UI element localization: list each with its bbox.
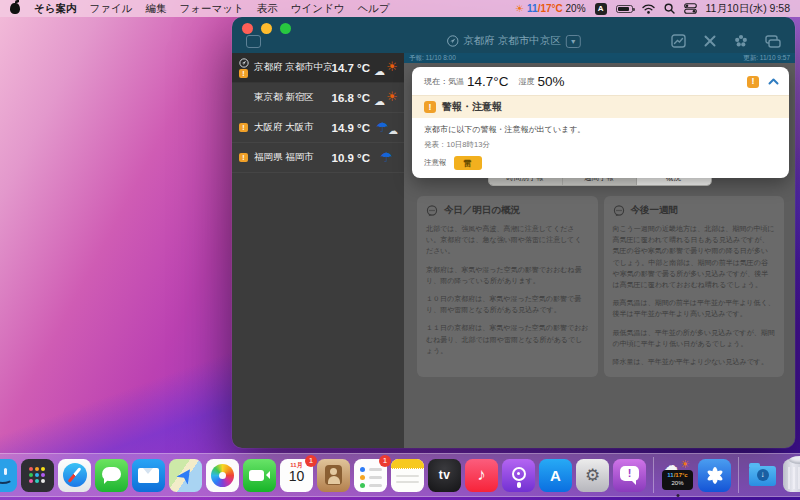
menubar-clock[interactable]: 11月10日(水) 9:58 xyxy=(706,2,790,16)
notification-badge: 1 xyxy=(379,455,391,467)
window-titlebar[interactable]: 京都府 京都市中京区 ▼ xyxy=(232,17,795,53)
tools-cross-icon[interactable] xyxy=(703,34,717,48)
sidebar-toggle-icon[interactable] xyxy=(246,35,261,48)
badge-precip: 20% xyxy=(662,480,693,488)
locations-sidebar: ! 京都府 京都市中京区 14.7 °C ☁☀ 東京都 新宿区 16.8 °C … xyxy=(232,53,404,448)
dock-divider xyxy=(738,457,739,493)
spotlight-search-icon[interactable] xyxy=(664,3,675,14)
sidebar-item-osaka[interactable]: ! 大阪府 大阪市 14.9 °C ☂☁ xyxy=(232,113,404,143)
dock-facetime[interactable] xyxy=(243,459,276,492)
dock-music[interactable]: ♪ xyxy=(465,459,498,492)
messages-bubble-icon xyxy=(102,467,121,481)
menu-help[interactable]: ヘルプ xyxy=(357,2,389,16)
chevron-up-icon[interactable] xyxy=(768,78,779,85)
dock-trash[interactable] xyxy=(783,459,800,492)
dock-launchpad[interactable] xyxy=(21,459,54,492)
dock-app-store[interactable]: A xyxy=(539,459,572,492)
sidebar-item-tokyo[interactable]: 東京都 新宿区 16.8 °C ☁☀ xyxy=(232,83,404,113)
today-overview-paragraph: 北部では、強風や高波、高潮に注意してください。京都府では、急な強い雨や落雷に注意… xyxy=(426,223,589,257)
alert-title: 警報・注意報 xyxy=(442,100,502,114)
dock-notes[interactable] xyxy=(391,459,424,492)
forecast-time: 予報: 11/10 8:00 xyxy=(409,54,456,63)
menubar-precip: 20% xyxy=(566,3,586,14)
location-temp: 16.8 °C xyxy=(332,92,370,104)
advisory-label: 注意報 xyxy=(424,158,447,168)
main-content: 現在：気温 14.7°C 湿度 50% ! xyxy=(404,63,795,448)
dock-apple-tv[interactable]: tv xyxy=(428,459,461,492)
graph-icon[interactable] xyxy=(671,34,686,48)
week-overview-paragraph: 最低気温は、平年並の所が多い見込みですが、期間の中頃に平年より低い日があるでしょ… xyxy=(613,327,776,349)
week-overview-paragraph: 降水量は、平年並か平年より少ない見込みです。 xyxy=(613,356,776,367)
location-name: 大阪府 大阪市 xyxy=(251,121,332,134)
app-store-icon: A xyxy=(550,467,561,484)
mail-envelope-icon xyxy=(138,468,159,483)
battery-icon[interactable] xyxy=(616,5,633,13)
sidebar-item-kyoto[interactable]: ! 京都府 京都市中京区 14.7 °C ☁☀ xyxy=(232,53,404,83)
toolbar: 京都府 京都市中京区 ▼ xyxy=(232,32,795,50)
notes-icon xyxy=(391,459,424,469)
pollen-flower-icon[interactable] xyxy=(734,34,748,48)
dock-testflight[interactable] xyxy=(698,459,731,492)
overview-cards: 今日／明日の概況 北部では、強風や高波、高潮に注意してください。京都府では、急な… xyxy=(417,196,784,377)
facetime-camera-icon xyxy=(249,470,264,481)
current-conditions-card: 現在：気温 14.7°C 湿度 50% ! xyxy=(412,67,789,178)
location-dropdown-button[interactable]: ▼ xyxy=(566,35,581,48)
dock-contacts[interactable] xyxy=(317,459,350,492)
menu-bar: そら案内 ファイル 編集 フォーマット 表示 ウインドウ ヘルプ ☀ 11/17… xyxy=(0,0,800,17)
menu-edit[interactable]: 編集 xyxy=(145,2,166,16)
menu-app[interactable]: そら案内 xyxy=(34,2,77,16)
dock-divider xyxy=(653,457,654,493)
location-title-group: 京都府 京都市中京区 ▼ xyxy=(446,34,580,48)
today-overview-paragraph: １０日の京都府は、寒気や湿った空気の影響で曇り、雨や雷雨となる所がある見込みです… xyxy=(426,293,589,315)
updated-time: 更新: 11/10 9:57 xyxy=(743,54,790,63)
dock-finder[interactable] xyxy=(0,459,17,492)
reminders-list-icon xyxy=(360,467,365,472)
location-name: 京都府 京都市中京区 xyxy=(251,61,332,74)
dock-downloads-folder[interactable] xyxy=(746,459,779,492)
location-temp: 14.7 °C xyxy=(332,62,370,74)
window-location-title: 京都府 京都市中京区 xyxy=(463,34,560,48)
location-arrow-icon xyxy=(446,35,458,47)
dock-safari[interactable] xyxy=(58,459,91,492)
warning-badge-icon: ! xyxy=(239,153,248,162)
partly-sunny-icon: ☁☀ xyxy=(374,88,398,108)
dock-calendar[interactable]: 11月 10 1 xyxy=(280,459,313,492)
today-overview-paragraph: 京都府は、寒気や湿った空気の影響でおおむね曇り、雨の降っている所があります。 xyxy=(426,264,589,286)
toolbar-icons xyxy=(671,34,781,48)
input-source-icon[interactable]: A xyxy=(595,3,607,15)
control-center-icon[interactable] xyxy=(684,3,697,14)
warning-badge-icon: ! xyxy=(239,69,248,78)
menu-window[interactable]: ウインドウ xyxy=(291,2,345,16)
speech-bubble-icon xyxy=(426,205,439,217)
dock-feedback-assistant[interactable]: ! xyxy=(613,459,646,492)
sidebar-item-fukuoka[interactable]: ! 福岡県 福岡市 10.9 °C ☂ xyxy=(232,143,404,173)
weather-badge: 11/17°c 20% xyxy=(662,470,693,490)
menu-format[interactable]: フォーマット xyxy=(179,2,243,16)
humidity-label: 湿度 xyxy=(518,76,534,87)
menu-file[interactable]: ファイル xyxy=(90,2,133,16)
dock-podcasts[interactable] xyxy=(502,459,535,492)
location-name: 福岡県 福岡市 xyxy=(251,151,332,164)
layers-panels-icon[interactable] xyxy=(765,35,781,48)
main-panel: 予報: 11/10 8:00 更新: 11/10 9:57 現在：気温 14.7… xyxy=(404,53,795,448)
dock-photos[interactable] xyxy=(206,459,239,492)
dock: 11月 10 1 1 tv ♪ A ⚙ ! ☁☀ 11/17°c 20% xyxy=(0,453,800,497)
today-overview-title: 今日／明日の概況 xyxy=(444,204,520,217)
dock-messages[interactable] xyxy=(95,459,128,492)
current-temp-value: 14.7°C xyxy=(467,74,508,89)
sun-icon: ☀ xyxy=(515,4,524,14)
dock-system-preferences[interactable]: ⚙ xyxy=(576,459,609,492)
menu-view[interactable]: 表示 xyxy=(257,2,278,16)
wifi-icon[interactable] xyxy=(642,4,655,14)
menubar-weather-item[interactable]: ☀ 11/17°C 20% xyxy=(515,3,585,14)
apple-menu-icon[interactable] xyxy=(10,3,20,14)
contacts-silhouette-icon xyxy=(325,465,342,485)
alert-message: 京都市に以下の警報・注意報が出ています。 xyxy=(424,124,777,135)
dock-reminders[interactable]: 1 xyxy=(354,459,387,492)
dock-sora-annai[interactable]: ☁☀ 11/17°c 20% xyxy=(661,459,694,492)
notes-lines xyxy=(396,475,419,477)
advisory-thunder-badge: 雷 xyxy=(454,156,482,170)
dock-maps[interactable] xyxy=(169,459,202,492)
current-location-icon xyxy=(239,58,249,68)
dock-mail[interactable] xyxy=(132,459,165,492)
